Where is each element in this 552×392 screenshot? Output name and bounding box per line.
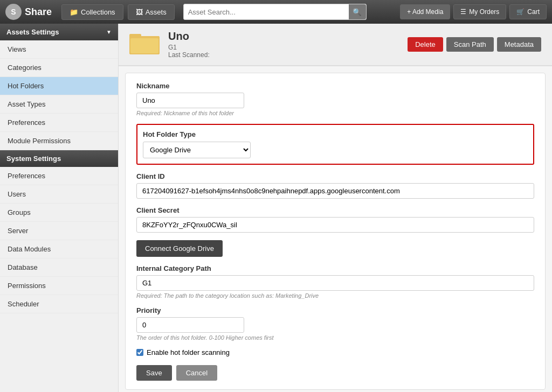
- folder-info: Uno G1 Last Scanned:: [168, 30, 399, 59]
- system-settings-header: System Settings: [0, 150, 118, 167]
- client-id-group: Client ID: [136, 172, 534, 199]
- sidebar-item-scheduler[interactable]: Scheduler: [0, 295, 118, 313]
- form-actions: Save Cancel: [136, 365, 534, 381]
- form-area: Nickname Required: Nickname of this hot …: [125, 73, 546, 390]
- assets-settings-header[interactable]: Assets Settings ▼: [0, 24, 118, 40]
- sidebar-item-asset-types[interactable]: Asset Types: [0, 95, 118, 114]
- folder-name: Uno: [168, 30, 399, 43]
- orders-icon: ☰: [460, 8, 466, 16]
- hot-folder-type-box: Hot Folder Type Local Google Drive Dropb…: [136, 124, 534, 165]
- enable-scanning-checkbox[interactable]: [136, 349, 143, 356]
- collections-tab[interactable]: 📁 Collections: [61, 4, 123, 20]
- chevron-down-icon: ▼: [106, 29, 112, 35]
- sidebar-item-server[interactable]: Server: [0, 222, 118, 240]
- system-settings-label: System Settings: [6, 155, 61, 163]
- collections-label: Collections: [81, 8, 115, 16]
- add-media-button[interactable]: + Add Media: [400, 4, 450, 19]
- logo-icon: S: [5, 4, 22, 20]
- cart-icon: 🛒: [516, 8, 525, 16]
- delete-button[interactable]: Delete: [408, 37, 443, 52]
- logo: S Share: [5, 4, 52, 20]
- scan-path-button[interactable]: Scan Path: [446, 37, 494, 52]
- folder-sub1: G1: [168, 44, 399, 51]
- internal-category-label: Internal Category Path: [136, 264, 534, 272]
- logo-text: Share: [25, 6, 52, 18]
- sidebar-item-views[interactable]: Views: [0, 40, 118, 59]
- priority-label: Priority: [136, 306, 534, 314]
- connect-google-drive-button[interactable]: Connect Google Drive: [136, 240, 223, 257]
- my-orders-label: My Orders: [469, 8, 499, 16]
- assets-settings-label: Assets Settings: [6, 28, 59, 36]
- nickname-label: Nickname: [136, 82, 534, 90]
- metadata-button[interactable]: Metadata: [497, 37, 541, 52]
- client-secret-group: Client Secret: [136, 206, 534, 233]
- topbar-right: + Add Media ☰ My Orders 🛒 Cart: [400, 4, 547, 19]
- sidebar-item-module-permissions[interactable]: Module Permissions: [0, 132, 118, 150]
- sidebar-item-users[interactable]: Users: [0, 185, 118, 204]
- sidebar-item-database[interactable]: Database: [0, 258, 118, 277]
- hot-folder-type-label: Hot Folder Type: [143, 130, 528, 138]
- sidebar-item-preferences[interactable]: Preferences: [0, 167, 118, 185]
- assets-icon: 🖼: [136, 8, 143, 16]
- folder-sub: G1 Last Scanned:: [168, 44, 399, 59]
- client-secret-label: Client Secret: [136, 206, 534, 214]
- folder-icon-container: [129, 31, 160, 58]
- internal-category-hint: Required: The path to the category locat…: [136, 292, 534, 299]
- assets-label: Assets: [146, 8, 167, 16]
- folder-icon: [129, 31, 160, 57]
- client-id-label: Client ID: [136, 172, 534, 180]
- client-id-input[interactable]: [136, 183, 534, 199]
- sidebar-item-groups[interactable]: Groups: [0, 204, 118, 222]
- client-secret-input[interactable]: [136, 217, 534, 233]
- enable-scanning-group: Enable hot folder scanning: [136, 348, 534, 356]
- nickname-hint: Required: Nickname of this hot folder: [136, 110, 534, 116]
- folder-icon-nav: 📁: [70, 8, 78, 16]
- sidebar-item-preferences-assets[interactable]: Preferences: [0, 114, 118, 132]
- folder-sub2: Last Scanned:: [168, 51, 399, 59]
- folder-header: Uno G1 Last Scanned: Delete Scan Path Me…: [119, 24, 552, 66]
- sidebar-item-categories[interactable]: Categories: [0, 59, 118, 77]
- cart-button[interactable]: 🛒 Cart: [509, 4, 547, 19]
- cart-label: Cart: [527, 8, 540, 16]
- add-media-label: + Add Media: [407, 8, 443, 16]
- topbar: S Share 📁 Collections 🖼 Assets 🔍 + Add M…: [0, 0, 552, 24]
- content: Uno G1 Last Scanned: Delete Scan Path Me…: [119, 24, 552, 392]
- main-layout: Assets Settings ▼ Views Categories Hot F…: [0, 24, 552, 392]
- folder-actions: Delete Scan Path Metadata: [408, 37, 541, 52]
- priority-hint: The order of this hot folder. 0-100 High…: [136, 334, 534, 341]
- nickname-group: Nickname Required: Nickname of this hot …: [136, 82, 534, 116]
- search-button[interactable]: 🔍: [349, 4, 366, 19]
- my-orders-button[interactable]: ☰ My Orders: [453, 4, 506, 19]
- enable-scanning-label: Enable hot folder scanning: [147, 348, 230, 356]
- sidebar: Assets Settings ▼ Views Categories Hot F…: [0, 24, 119, 392]
- search-container: 🔍: [183, 4, 367, 20]
- priority-input[interactable]: [136, 317, 244, 333]
- search-input[interactable]: [184, 4, 349, 19]
- internal-category-input[interactable]: [136, 275, 534, 291]
- priority-group: Priority The order of this hot folder. 0…: [136, 306, 534, 341]
- nickname-input[interactable]: [136, 93, 244, 108]
- hot-folder-type-select[interactable]: Local Google Drive Dropbox S3: [143, 142, 251, 158]
- sidebar-item-permissions[interactable]: Permissions: [0, 277, 118, 295]
- save-button[interactable]: Save: [136, 365, 172, 381]
- sidebar-item-hot-folders[interactable]: Hot Folders: [0, 77, 118, 95]
- sidebar-item-data-modules[interactable]: Data Modules: [0, 240, 118, 258]
- cancel-button[interactable]: Cancel: [176, 365, 217, 381]
- assets-tab[interactable]: 🖼 Assets: [128, 4, 175, 20]
- svg-rect-3: [130, 38, 158, 53]
- internal-category-group: Internal Category Path Required: The pat…: [136, 264, 534, 299]
